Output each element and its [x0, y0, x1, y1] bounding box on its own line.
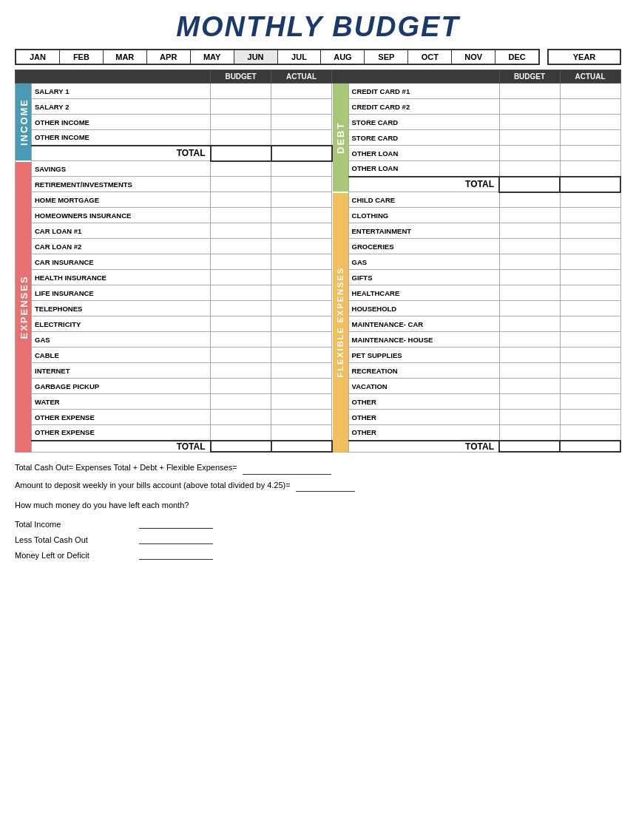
- expenses-row-4: CAR LOAN #1: [32, 223, 211, 239]
- expenses-label: EXPENSES: [16, 161, 32, 453]
- expenses-row-2: HOME MORTGAGE: [32, 192, 211, 208]
- tab-jul[interactable]: JUL: [278, 50, 322, 64]
- expenses-total-label: TOTAL: [32, 441, 211, 453]
- expenses-row-7: HEALTH INSURANCE: [32, 270, 211, 285]
- expenses-row-11: GAS: [32, 332, 211, 348]
- flexible-row-9: MAINTENANCE- HOUSE: [348, 332, 499, 348]
- footer-line1: Total Cash Out= Expenses Total + Debt + …: [15, 463, 237, 472]
- footer-line3: How much money do you have left each mon…: [15, 501, 189, 509]
- debt-row-2: STORE CARD: [348, 115, 499, 130]
- flexible-row-15: OTHER: [348, 425, 499, 441]
- expenses-row-0: SAVINGS: [32, 161, 211, 177]
- tab-dec[interactable]: DEC: [495, 50, 538, 64]
- tab-apr[interactable]: APR: [147, 50, 191, 64]
- debt-total-label: TOTAL: [348, 177, 499, 192]
- flexible-row-5: GIFTS: [348, 270, 499, 285]
- flexible-row-2: ENTERTAINMENT: [348, 223, 499, 239]
- flexible-row-0: CHILD CARE: [348, 192, 499, 208]
- left-actual-header: ACTUAL: [271, 70, 332, 84]
- flexible-total-label: TOTAL: [348, 441, 499, 453]
- expenses-row-1: RETIREMENT/INVESTMENTS: [32, 177, 211, 192]
- total-income-label: Total Income: [15, 520, 133, 529]
- total-cashout-label: Less Total Cash Out: [15, 535, 133, 544]
- year-box: YEAR: [547, 49, 621, 65]
- tab-jan[interactable]: JAN: [16, 50, 60, 64]
- debt-row-5: OTHER LOAN: [348, 161, 499, 177]
- flexible-row-11: RECREATION: [348, 363, 499, 379]
- income-row-1: SALARY 2: [32, 99, 211, 115]
- flexible-row-4: GAS: [348, 254, 499, 270]
- footer-line2: Amount to deposit weekly in your bills a…: [15, 481, 291, 490]
- debt-row-1: CREDIT CARD #2: [348, 99, 499, 115]
- debt-row-4: OTHER LOAN: [348, 146, 499, 161]
- income-total-label: TOTAL: [32, 146, 211, 161]
- month-tabs[interactable]: JAN FEB MAR APR MAY JUN JUL AUG SEP OCT …: [15, 49, 540, 65]
- right-budget-header: BUDGET: [499, 70, 560, 84]
- money-left-label: Money Left or Deficit: [15, 551, 133, 560]
- debt-label: DEBT: [332, 84, 349, 192]
- flexible-row-13: OTHER: [348, 394, 499, 410]
- expenses-row-6: CAR INSURANCE: [32, 254, 211, 270]
- tab-jun[interactable]: JUN: [234, 50, 278, 64]
- expenses-row-13: INTERNET: [32, 363, 211, 379]
- income-label: INCOME: [16, 84, 32, 161]
- expenses-row-8: LIFE INSURANCE: [32, 285, 211, 301]
- flexible-row-10: PET SUPPLIES: [348, 348, 499, 363]
- flexible-label: FLEXIBLE EXPENSES: [332, 192, 349, 453]
- tab-nov[interactable]: NOV: [452, 50, 495, 64]
- expenses-row-5: CAR LOAN #2: [32, 239, 211, 254]
- expenses-row-14: GARBAGE PICKUP: [32, 379, 211, 394]
- income-row-0: SALARY 1: [32, 84, 211, 99]
- expenses-row-9: TELEPHONES: [32, 301, 211, 316]
- flexible-row-1: CLOTHING: [348, 208, 499, 223]
- flexible-row-8: MAINTENANCE- CAR: [348, 316, 499, 332]
- tab-oct[interactable]: OCT: [408, 50, 452, 64]
- tab-may[interactable]: MAY: [191, 50, 234, 64]
- income-row-2: OTHER INCOME: [32, 115, 211, 130]
- flexible-row-3: GROCERIES: [348, 239, 499, 254]
- flexible-row-14: OTHER: [348, 410, 499, 425]
- total-cashout-value: [139, 535, 213, 544]
- weekly-deposit-value: [296, 479, 355, 492]
- debt-row-3: STORE CARD: [348, 130, 499, 146]
- expenses-row-12: CABLE: [32, 348, 211, 363]
- expenses-row-10: ELECTRICITY: [32, 316, 211, 332]
- expenses-row-16: OTHER EXPENSE: [32, 410, 211, 425]
- flexible-row-12: VACATION: [348, 379, 499, 394]
- page-title: MONTHLY BUDGET: [15, 11, 621, 43]
- expenses-row-17: OTHER EXPENSE: [32, 425, 211, 441]
- debt-row-0: CREDIT CARD #1: [348, 84, 499, 99]
- flexible-row-6: HEALTHCARE: [348, 285, 499, 301]
- left-budget-header: BUDGET: [211, 70, 271, 84]
- tab-mar[interactable]: MAR: [104, 50, 147, 64]
- expenses-row-3: HOMEOWNERS INSURANCE: [32, 208, 211, 223]
- flexible-row-7: HOUSEHOLD: [348, 301, 499, 316]
- right-actual-header: ACTUAL: [560, 70, 620, 84]
- income-row-3: OTHER INCOME: [32, 130, 211, 146]
- money-left-value: [139, 550, 213, 560]
- tab-aug[interactable]: AUG: [321, 50, 365, 64]
- cash-out-value: [243, 461, 331, 475]
- tab-sep[interactable]: SEP: [365, 50, 408, 64]
- total-income-value: [139, 519, 213, 529]
- expenses-row-15: WATER: [32, 394, 211, 410]
- tab-feb[interactable]: FEB: [60, 50, 104, 64]
